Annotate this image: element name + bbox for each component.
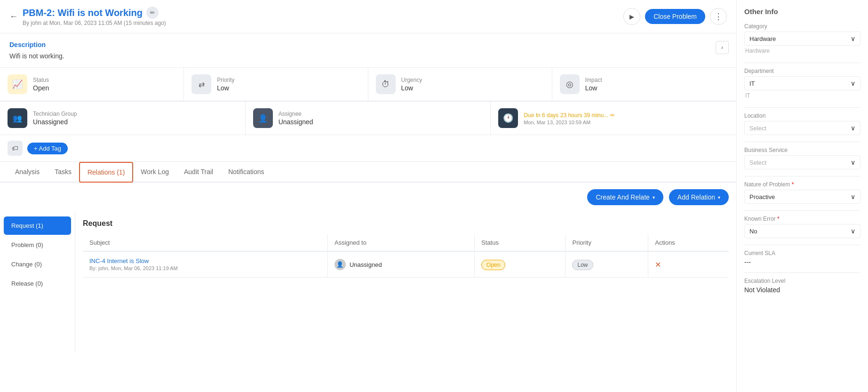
category-value: Hardware [749, 35, 776, 42]
back-button[interactable]: ← [9, 12, 18, 22]
tab-tasks[interactable]: Tasks [47, 162, 79, 182]
impact-icon: ◎ [560, 74, 580, 94]
tab-relations[interactable]: Relations (1) [79, 162, 133, 183]
business-service-label: Business Service [744, 147, 860, 153]
technician-group-icon: 👥 [8, 108, 27, 128]
description-section: Description Wifi is not working. › [0, 33, 736, 68]
nature-of-problem-value: Proactive [749, 193, 775, 200]
location-placeholder: Select [749, 125, 766, 132]
current-sla-label: Current SLA [744, 250, 860, 256]
status-badge: Open [481, 260, 505, 270]
category-select[interactable]: Hardware ∨ [744, 32, 860, 46]
current-sla-value: --- [744, 258, 860, 266]
subject-subtext: By: john, Mon, Mar 06, 2023 11:19 AM [89, 265, 178, 271]
close-problem-button[interactable]: Close Problem [645, 9, 705, 24]
create-and-relate-button[interactable]: Create And Relate ▾ [587, 189, 663, 205]
col-assigned-to: Assigned to [327, 234, 474, 251]
location-field: Location Select ∨ [744, 112, 860, 135]
department-label: Department [744, 68, 860, 74]
nature-of-problem-select[interactable]: Proactive ∨ [744, 190, 860, 204]
due-date-icon: 🕐 [498, 108, 518, 128]
urgency-field[interactable]: ⏱ Urgency Low [368, 68, 552, 101]
impact-value: Low [585, 84, 729, 92]
location-select[interactable]: Select ∨ [744, 121, 860, 135]
relations-body: Request (1) Problem (0) Change (0) Relea… [0, 212, 736, 353]
table-row: INC-4 Internet is Slow By: john, Mon, Ma… [83, 251, 729, 278]
assignee-label: Assignee [279, 111, 483, 117]
nav-problem[interactable]: Problem (0) [4, 236, 71, 254]
chevron-down-icon: ∨ [851, 227, 855, 235]
more-options-button[interactable]: ⋮ [710, 8, 727, 25]
edit-title-button[interactable]: ✏ [146, 7, 159, 19]
nature-of-problem-label: Nature of Problem * [744, 181, 860, 188]
known-error-field: Known Error * No ∨ [744, 216, 860, 238]
technician-group-value: Unassigned [33, 118, 238, 126]
relation-table: Subject Assigned to Status Priority Acti… [83, 234, 729, 278]
tags-section: 🏷 + Add Tag [0, 135, 736, 162]
avatar: 👤 [334, 259, 346, 270]
escalation-level-field: Escalation Level Not Violated [744, 278, 860, 294]
play-button[interactable]: ▶ [623, 8, 640, 25]
tab-notifications[interactable]: Notifications [221, 162, 271, 182]
department-select[interactable]: IT ∨ [744, 76, 860, 90]
col-subject: Subject [83, 234, 327, 251]
impact-field[interactable]: ◎ Impact Low [552, 68, 736, 101]
technician-group-label: Technician Group [33, 111, 238, 117]
priority-label: Priority [217, 77, 360, 83]
chevron-down-icon: ∨ [851, 35, 855, 42]
status-label: Status [33, 77, 176, 83]
relation-content: Request Subject Assigned to Status Prior… [75, 212, 736, 353]
impact-label: Impact [585, 77, 729, 83]
assignee-value: Unassigned [279, 118, 483, 126]
tab-audit-trail[interactable]: Audit Trail [176, 162, 221, 182]
tab-work-log[interactable]: Work Log [133, 162, 176, 182]
status-icon: 📈 [8, 74, 27, 94]
urgency-label: Urgency [401, 77, 544, 83]
assignee-icon: 👤 [253, 108, 273, 128]
col-priority: Priority [565, 234, 648, 251]
known-error-select[interactable]: No ∨ [744, 224, 860, 238]
due-date-field[interactable]: 🕐 Due In 6 days 23 hours 39 minu... ✏ Mo… [491, 102, 736, 135]
add-tag-button[interactable]: + Add Tag [27, 143, 68, 154]
due-countdown: Due In 6 days 23 hours 39 minu... ✏ [524, 112, 729, 119]
relations-actions: Create And Relate ▾ Add Relation ▾ [0, 183, 736, 212]
business-service-placeholder: Select [749, 159, 766, 166]
business-service-select[interactable]: Select ∨ [744, 155, 860, 169]
chevron-down-icon: ∨ [851, 80, 855, 87]
fields-row2: 👥 Technician Group Unassigned 👤 Assignee… [0, 102, 736, 135]
relations-sidebar-nav: Request (1) Problem (0) Change (0) Relea… [0, 212, 75, 353]
tab-analysis[interactable]: Analysis [8, 162, 47, 182]
nav-change[interactable]: Change (0) [4, 255, 71, 273]
location-label: Location [744, 112, 860, 119]
right-sidebar: Other Info Category Hardware ∨ Hardware … [736, 0, 868, 392]
subject-link[interactable]: INC-4 Internet is Slow [89, 257, 321, 264]
description-text: Wifi is not working. [9, 52, 727, 60]
page-header: ← PBM-2: Wifi is not Working ✏ By john a… [0, 0, 736, 33]
delete-relation-button[interactable]: ✕ [655, 261, 661, 269]
assignee-field[interactable]: 👤 Assignee Unassigned [246, 102, 491, 135]
add-relation-button[interactable]: Add Relation ▾ [669, 189, 729, 205]
expand-description-button[interactable]: › [716, 41, 729, 54]
relation-table-title: Request [83, 219, 729, 228]
tabs-bar: Analysis Tasks Relations (1) Work Log Au… [0, 162, 736, 183]
technician-group-field[interactable]: 👥 Technician Group Unassigned [0, 102, 246, 135]
urgency-value: Low [401, 84, 544, 92]
escalation-level-value: Not Violated [744, 286, 860, 294]
priority-field[interactable]: ⇄ Priority Low [184, 68, 368, 101]
nature-of-problem-field: Nature of Problem * Proactive ∨ [744, 181, 860, 204]
chevron-down-icon: ∨ [851, 193, 855, 200]
nav-release[interactable]: Release (0) [4, 274, 71, 293]
nav-request[interactable]: Request (1) [4, 216, 71, 235]
business-service-field: Business Service Select ∨ [744, 147, 860, 169]
col-status: Status [475, 234, 565, 251]
category-label: Category [744, 23, 860, 30]
priority-icon: ⇄ [191, 74, 211, 94]
other-info-title: Other Info [744, 8, 860, 16]
category-subvalue: Hardware [744, 46, 860, 56]
assigned-to-value: Unassigned [350, 261, 382, 268]
status-field[interactable]: 📈 Status Open [0, 68, 184, 101]
status-cell: Open [475, 251, 565, 278]
known-error-value: No [749, 228, 757, 235]
page-title: PBM-2: Wifi is not Working [23, 8, 143, 18]
current-sla-field: Current SLA --- [744, 250, 860, 266]
